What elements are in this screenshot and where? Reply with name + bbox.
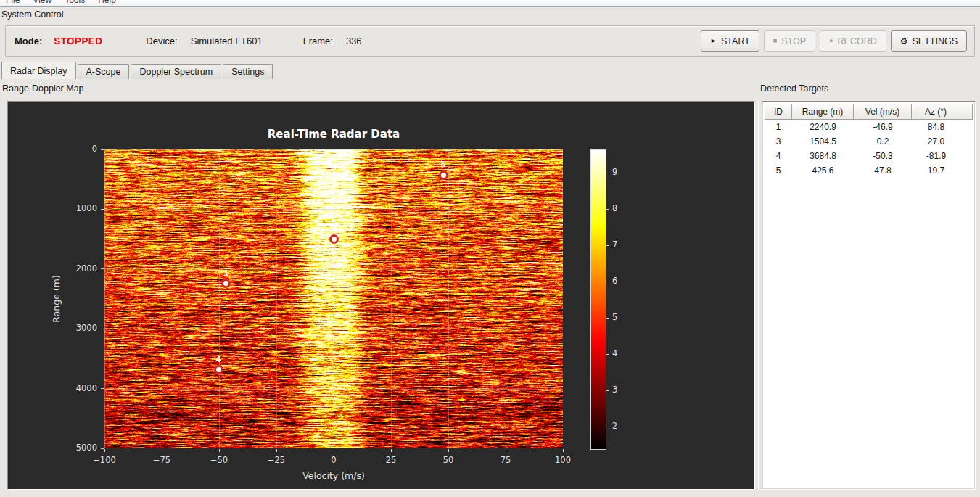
range-doppler-heatmap xyxy=(104,149,563,448)
x-tick-label: 25 xyxy=(375,455,407,465)
table-cell: -46.9 xyxy=(854,122,912,132)
colorbar-tick-mark xyxy=(606,173,609,173)
table-cell: -50.3 xyxy=(854,151,912,161)
x-tick-label: 75 xyxy=(490,455,522,465)
x-tick-mark xyxy=(334,449,334,452)
x-tick-mark xyxy=(162,449,162,452)
button-label: START xyxy=(721,36,750,46)
y-tick-label: 3000 xyxy=(57,323,97,333)
column-header-3[interactable]: Az (°) xyxy=(912,104,960,120)
table-row[interactable]: 43684.8-50.3-81.9 xyxy=(765,149,973,163)
y-axis-label: Range (m) xyxy=(51,275,62,323)
x-tick-label: −75 xyxy=(146,455,178,465)
x-tick-mark xyxy=(104,449,105,452)
button-label: RECORD xyxy=(838,36,877,46)
table-cell: 19.7 xyxy=(912,165,960,176)
targets-table: IDRange (m)Vel (m/s)Az (°) 12240.9-46.98… xyxy=(765,104,973,487)
column-header-2[interactable]: Vel (m/s) xyxy=(854,104,912,120)
targets-table-header: IDRange (m)Vel (m/s)Az (°) xyxy=(765,104,973,120)
control-buttons: ►START■STOP●RECORD⚙SETTINGS xyxy=(701,26,967,56)
stop-button[interactable]: ■STOP xyxy=(764,30,815,52)
menu-item-view[interactable]: View xyxy=(33,0,59,5)
target-marker-label: 3 xyxy=(329,225,340,233)
y-tick-mark xyxy=(101,209,104,210)
stop-icon: ■ xyxy=(773,38,777,44)
tab-a-scope[interactable]: A-Scope xyxy=(78,64,130,79)
y-tick-label: 0 xyxy=(57,144,97,154)
x-tick-label: −50 xyxy=(203,455,235,465)
button-label: SETTINGS xyxy=(912,36,958,46)
range-doppler-map-label: Range-Doppler Map xyxy=(2,83,84,94)
y-tick-mark xyxy=(101,329,104,329)
table-cell: -81.9 xyxy=(912,151,960,161)
y-tick-label: 2000 xyxy=(57,263,97,274)
x-tick-mark xyxy=(448,449,449,452)
x-tick-mark xyxy=(506,449,506,452)
status-row: Mode: STOPPED Device: Simulated FT601 Fr… xyxy=(6,26,724,56)
colorbar-tick-mark xyxy=(606,427,609,427)
tab-settings[interactable]: Settings xyxy=(223,64,273,79)
table-cell: 47.8 xyxy=(854,165,912,176)
table-cell: 84.8 xyxy=(912,122,960,132)
play-icon: ► xyxy=(710,38,717,44)
x-tick-mark xyxy=(391,449,392,452)
table-cell: 0.2 xyxy=(854,136,912,147)
table-cell: 27.0 xyxy=(912,136,960,147)
tab-radar-display[interactable]: Radar Display xyxy=(1,62,76,79)
colorbar-tick-mark xyxy=(606,209,609,210)
menu-item-tools[interactable]: Tools xyxy=(65,0,92,5)
y-tick-mark xyxy=(101,268,104,269)
column-header-filler xyxy=(960,104,973,120)
y-tick-label: 1000 xyxy=(57,203,97,213)
settings-button[interactable]: ⚙SETTINGS xyxy=(891,30,967,52)
colorbar-tick-label: 5 xyxy=(612,312,634,322)
y-tick-mark xyxy=(101,149,104,150)
colorbar-tick-mark xyxy=(606,282,609,282)
system-control-groupbox: Mode: STOPPED Device: Simulated FT601 Fr… xyxy=(5,25,975,57)
target-marker xyxy=(214,365,223,374)
button-label: STOP xyxy=(781,36,806,46)
x-tick-label: 100 xyxy=(547,455,579,465)
x-tick-label: 0 xyxy=(318,455,350,465)
colorbar-tick-label: 2 xyxy=(612,421,634,431)
menu-item-file[interactable]: File xyxy=(6,0,27,5)
column-header-1[interactable]: Range (m) xyxy=(792,104,854,120)
colorbar-tick-label: 4 xyxy=(612,348,634,358)
table-row[interactable]: 12240.9-46.984.8 xyxy=(765,120,973,134)
panel-splitter[interactable] xyxy=(757,101,759,490)
tab-doppler-spectrum[interactable]: Doppler Spectrum xyxy=(131,64,221,79)
colorbar-tick-mark xyxy=(606,390,609,391)
mode-value: STOPPED xyxy=(54,36,102,46)
x-tick-mark xyxy=(276,449,277,452)
start-button[interactable]: ►START xyxy=(701,30,759,52)
radar-app-window: FileViewToolsHelp System Control Mode: S… xyxy=(0,0,980,497)
device-label: Device: xyxy=(146,36,177,46)
x-tick-mark xyxy=(563,449,564,452)
y-tick-label: 5000 xyxy=(57,443,97,453)
colorbar-tick-label: 6 xyxy=(612,276,634,286)
table-cell: 5 xyxy=(765,165,792,176)
target-marker-label: 5 xyxy=(437,160,449,168)
table-row[interactable]: 5425.647.819.7 xyxy=(765,163,973,178)
colorbar-tick-label: 9 xyxy=(612,167,634,177)
colorbar-tick-label: 3 xyxy=(612,385,634,395)
colorbar-tick-label: 8 xyxy=(612,203,634,213)
target-marker-label: 1 xyxy=(221,269,232,277)
menu-item-help[interactable]: Help xyxy=(98,0,123,5)
record-icon: ● xyxy=(829,38,833,44)
target-marker-label: 4 xyxy=(213,356,224,363)
x-tick-label: −100 xyxy=(88,455,120,465)
table-cell: 425.6 xyxy=(792,165,854,176)
colorbar-tick-label: 7 xyxy=(612,239,634,250)
mode-label: Mode: xyxy=(15,36,42,46)
x-tick-label: −25 xyxy=(260,455,292,465)
target-marker xyxy=(439,171,448,180)
record-button[interactable]: ●RECORD xyxy=(820,30,886,52)
column-header-0[interactable]: ID xyxy=(765,104,792,120)
gear-icon: ⚙ xyxy=(900,37,908,46)
table-cell: 3684.8 xyxy=(792,151,854,161)
y-tick-label: 4000 xyxy=(57,383,97,393)
device-value: Simulated FT601 xyxy=(191,36,263,46)
frame-counter: 336 xyxy=(346,36,362,46)
table-row[interactable]: 31504.50.227.0 xyxy=(765,134,973,149)
